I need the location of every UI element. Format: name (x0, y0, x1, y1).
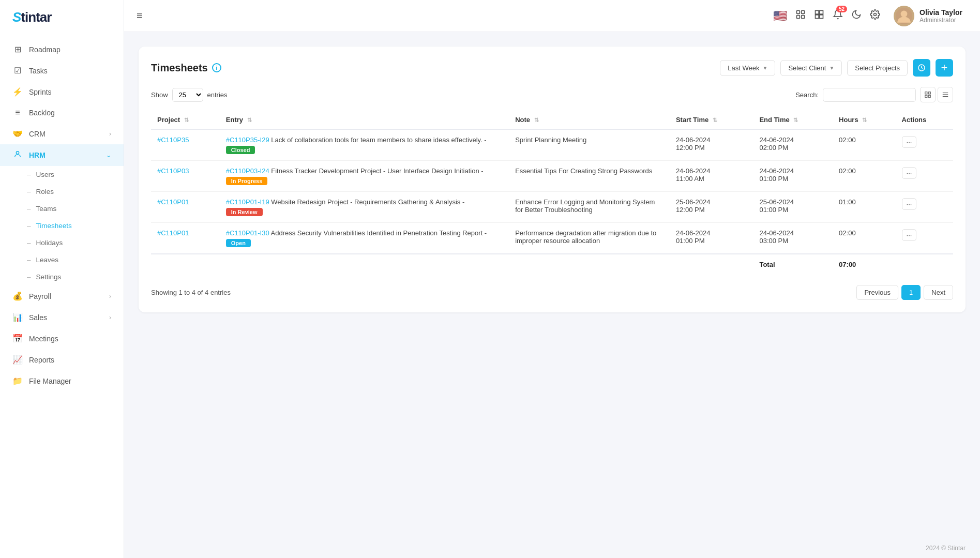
row-actions-button-2[interactable]: ··· (902, 198, 917, 210)
sidebar-item-label: Meetings (29, 335, 58, 343)
show-entries-area: Show 10 25 50 100 entries (151, 88, 228, 102)
last-week-filter[interactable]: Last Week ▼ (720, 60, 775, 76)
project-link-1[interactable]: #C110P03 (157, 167, 189, 175)
col-actions: Actions (896, 111, 953, 129)
list-view-button[interactable] (938, 87, 953, 102)
cell-hours-0: 02:00 (833, 129, 895, 161)
row-actions-button-0[interactable]: ··· (902, 136, 917, 148)
cell-start-time-0: 24-06-202412:00 PM (670, 129, 753, 161)
timesheets-title-area: Timesheets i (151, 62, 221, 74)
sidebar-item-sprints[interactable]: ⚡ Sprints (0, 81, 124, 102)
page-1-button[interactable]: 1 (901, 285, 921, 300)
project-link-3[interactable]: #C110P01 (157, 229, 189, 237)
copyright-text: 2024 © Stintar (926, 545, 966, 552)
col-note[interactable]: Note ⇅ (509, 111, 670, 129)
entry-link-1[interactable]: #C110P03-I24 (226, 167, 269, 175)
sidebar-item-file-manager[interactable]: 📁 File Manager (0, 370, 124, 391)
user-profile-area[interactable]: Olivia Taylor Administrator (888, 3, 968, 29)
timesheets-label: Timesheets (36, 222, 72, 230)
dark-mode-icon[interactable] (851, 9, 862, 22)
entry-link-0[interactable]: #C110P35-I29 (226, 136, 269, 144)
entries-per-page-select[interactable]: 10 25 50 100 (172, 88, 203, 102)
sidebar-item-tasks[interactable]: ☑ Tasks (0, 60, 124, 81)
entry-link-2[interactable]: #C110P01-I19 (226, 198, 269, 206)
col-end-time[interactable]: End Time ⇅ (753, 111, 833, 129)
cell-end-time-0: 24-06-202402:00 PM (753, 129, 833, 161)
timesheets-filters: Last Week ▼ Select Client ▼ Select Proje… (720, 59, 953, 77)
svg-point-11 (901, 10, 908, 17)
sidebar-item-sales[interactable]: 📊 Sales › (0, 307, 124, 328)
cell-entry-1: #C110P03-I24 Fitness Tracker Development… (220, 161, 509, 192)
users-label: Users (36, 171, 54, 178)
entry-link-3[interactable]: #C110P01-I30 (226, 229, 269, 237)
cell-actions-1: ··· (896, 161, 953, 192)
table-controls: Show 10 25 50 100 entries Search: (151, 87, 953, 102)
main-area: ≡ 🇺🇸 52 (124, 0, 980, 558)
add-timesheet-button[interactable]: + (936, 59, 953, 77)
sidebar-item-hrm[interactable]: HRM ⌄ (0, 144, 124, 166)
teams-label: Teams (36, 205, 57, 213)
sidebar-sub-item-timesheets[interactable]: Timesheets (0, 217, 124, 234)
col-project[interactable]: Project ⇅ (151, 111, 220, 129)
col-entry[interactable]: Entry ⇅ (220, 111, 509, 129)
cell-note-3: Performance degradation after migration … (509, 223, 670, 254)
svg-point-9 (874, 13, 877, 16)
sidebar-sub-item-holidays[interactable]: Holidays (0, 234, 124, 251)
language-flag-icon[interactable]: 🇺🇸 (773, 9, 787, 23)
select-client-filter[interactable]: Select Client ▼ (780, 60, 842, 76)
project-link-0[interactable]: #C110P35 (157, 136, 189, 144)
roadmap-icon: ⊞ (12, 44, 23, 54)
apps-grid-icon[interactable] (795, 9, 806, 22)
user-details: Olivia Taylor Administrator (919, 8, 962, 24)
user-role: Administrator (919, 17, 962, 24)
sales-arrow-icon: › (109, 314, 111, 321)
grid-view-button[interactable] (920, 87, 936, 102)
row-actions-button-3[interactable]: ··· (902, 229, 917, 241)
total-row: Total 07:00 (151, 254, 953, 275)
settings-label: Settings (36, 273, 62, 281)
cell-start-time-2: 25-06-202412:00 PM (670, 192, 753, 223)
sidebar-item-reports[interactable]: 📈 Reports (0, 349, 124, 370)
cell-start-time-3: 24-06-202401:00 PM (670, 223, 753, 254)
sidebar-item-meetings[interactable]: 📅 Meetings (0, 328, 124, 349)
sidebar-item-backlog[interactable]: ≡ Backlog (0, 102, 124, 123)
sidebar-sub-item-leaves[interactable]: Leaves (0, 251, 124, 268)
next-button[interactable]: Next (924, 285, 953, 300)
sidebar-sub-item-teams[interactable]: Teams (0, 200, 124, 217)
avatar (894, 6, 914, 26)
info-icon[interactable]: i (212, 63, 221, 72)
cell-entry-3: #C110P01-I30 Address Security Vulnerabil… (220, 223, 509, 254)
cell-hours-2: 01:00 (833, 192, 895, 223)
search-area: Search: (795, 87, 953, 102)
project-link-2[interactable]: #C110P01 (157, 198, 189, 206)
sidebar-sub-item-roles[interactable]: Roles (0, 183, 124, 200)
layout-icon[interactable] (814, 9, 824, 22)
search-input[interactable] (823, 88, 916, 102)
col-start-time[interactable]: Start Time ⇅ (670, 111, 753, 129)
timer-button[interactable] (913, 59, 930, 77)
sidebar-sub-item-users[interactable]: Users (0, 166, 124, 183)
notification-bell-icon[interactable]: 52 (833, 9, 843, 22)
crm-icon: 🤝 (12, 129, 23, 139)
timesheets-header: Timesheets i Last Week ▼ Select Client ▼ (151, 59, 953, 77)
col-hours[interactable]: Hours ⇅ (833, 111, 895, 129)
previous-button[interactable]: Previous (856, 285, 898, 300)
hamburger-button[interactable]: ≡ (137, 10, 143, 22)
row-actions-button-1[interactable]: ··· (902, 167, 917, 179)
svg-rect-1 (797, 11, 800, 14)
leaves-label: Leaves (36, 256, 59, 264)
sidebar-item-roadmap[interactable]: ⊞ Roadmap (0, 39, 124, 60)
sort-icon: ⇅ (184, 117, 189, 123)
sidebar-item-payroll[interactable]: 💰 Payroll › (0, 285, 124, 307)
table-row: #C110P03 #C110P03-I24 Fitness Tracker De… (151, 161, 953, 192)
select-projects-filter[interactable]: Select Projects (847, 60, 908, 76)
status-badge-0: Closed (226, 146, 255, 154)
sidebar-sub-item-settings[interactable]: Settings (0, 268, 124, 285)
logo-text: Stintar (12, 9, 51, 25)
cell-actions-0: ··· (896, 129, 953, 161)
pagination-area: Showing 1 to 4 of 4 entries Previous 1 N… (151, 285, 953, 300)
table-row: #C110P01 #C110P01-I30 Address Security V… (151, 223, 953, 254)
cell-project-0: #C110P35 (151, 129, 220, 161)
sidebar-item-crm[interactable]: 🤝 CRM › (0, 123, 124, 144)
settings-gear-icon[interactable] (870, 9, 880, 22)
